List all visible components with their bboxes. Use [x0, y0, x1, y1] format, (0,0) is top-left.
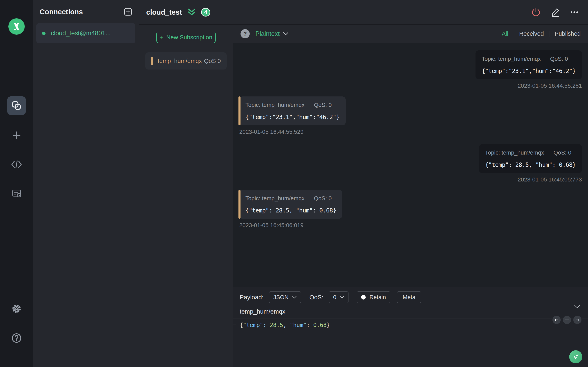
collapse-editor-button[interactable]	[574, 305, 580, 309]
payload-token: 0.68	[313, 322, 327, 328]
message-timestamp: 2023-01-05 16:45:06:019	[239, 222, 342, 229]
connections-title: Connections	[40, 8, 83, 16]
connection-name: cloud_test@m4801...	[51, 30, 111, 37]
retain-toggle[interactable]: Retain	[357, 291, 390, 303]
new-subscription-button[interactable]: + New Subscription	[156, 32, 216, 43]
disconnect-button[interactable]	[531, 8, 541, 17]
rail-help-button[interactable]	[7, 329, 26, 347]
connected-status-dot	[42, 32, 45, 35]
rail-script-tab[interactable]	[7, 155, 26, 174]
message-qos: QoS: 0	[553, 150, 571, 156]
qos-select[interactable]: 0	[329, 291, 349, 303]
chevron-down-icon	[283, 32, 288, 35]
payload-token: "hum"	[290, 322, 306, 328]
payload-format-label: Payload:	[240, 294, 264, 301]
publish-toolbar: Payload: JSON QoS: 0	[233, 287, 588, 307]
message-bubble: Topic: temp_hum/emqx QoS: 0 {"temp": 28.…	[479, 144, 582, 173]
chevron-down-icon	[340, 296, 344, 299]
double-chevron-down-icon	[188, 8, 196, 17]
history-current-button[interactable]	[563, 316, 571, 324]
message-payload: {"temp":"23.1","hum":"46.2"}	[482, 67, 576, 75]
message-timestamp: 2023-01-05 16:45:05:773	[479, 176, 582, 183]
message-meta: Topic: temp_hum/emqx QoS: 0	[245, 195, 336, 202]
qos-label: QoS:	[309, 294, 323, 301]
main-region: cloud_test 4	[139, 0, 588, 367]
code-icon	[11, 160, 22, 169]
message-format-value: Plaintext	[255, 30, 280, 38]
send-message-button[interactable]	[569, 350, 582, 363]
collapse-connection-chevron[interactable]	[188, 8, 196, 17]
subscription-list-item[interactable]: temp_hum/emqx QoS 0	[145, 52, 227, 69]
message-timestamp: 2023-01-05 16:44:55:529	[239, 129, 346, 135]
publish-topic-input[interactable]: temp_hum/emqx	[233, 307, 588, 318]
message-payload: {"temp": 28.5, "hum": 0.68}	[245, 207, 336, 214]
payload-format-value: JSON	[273, 294, 289, 300]
meta-button[interactable]: Meta	[397, 291, 421, 303]
more-options-button[interactable]	[570, 8, 579, 17]
minus-icon	[565, 318, 569, 322]
connections-header: Connections	[33, 0, 139, 22]
chevron-down-icon	[292, 296, 297, 299]
message-filters: All Received Published	[502, 30, 581, 37]
filter-separator	[514, 31, 514, 37]
power-icon	[531, 8, 541, 17]
message-format-select[interactable]: Plaintext	[255, 30, 288, 38]
filter-published[interactable]: Published	[555, 30, 581, 37]
filter-received[interactable]: Received	[519, 30, 544, 37]
log-icon	[11, 188, 22, 198]
help-icon	[11, 333, 22, 343]
titlebar-actions	[531, 8, 579, 17]
pencil-icon	[550, 8, 560, 17]
rail-log-tab[interactable]	[7, 184, 26, 203]
history-prev-button[interactable]	[553, 316, 561, 324]
message-list[interactable]: Topic: temp_hum/emqx QoS: 0 {"temp":"23.…	[233, 43, 588, 287]
message-topic: Topic: temp_hum/emqx	[245, 102, 304, 108]
gear-icon	[11, 303, 22, 314]
message-payload: {"temp": 28.5, "hum": 0.68}	[485, 161, 576, 168]
subscription-color-pill	[151, 57, 153, 65]
new-subscription-label: New Subscription	[166, 34, 212, 41]
retain-indicator-dot	[361, 295, 366, 300]
message-received: Topic: temp_hum/emqx QoS: 0 {"temp": 28.…	[239, 190, 342, 229]
message-published: Topic: temp_hum/emqx QoS: 0 {"temp":"23.…	[476, 50, 582, 89]
nav-rail	[0, 0, 33, 367]
chevron-down-icon	[574, 305, 580, 309]
qos-value: 0	[333, 294, 337, 300]
payload-token: ,	[283, 322, 290, 328]
plus-square-icon	[124, 8, 132, 16]
subscription-qos: QoS 0	[204, 58, 221, 64]
message-received: Topic: temp_hum/emqx QoS: 0 {"temp":"23.…	[239, 96, 346, 135]
history-next-button[interactable]	[573, 316, 581, 324]
connection-titlebar: cloud_test 4	[139, 0, 588, 25]
edit-connection-button[interactable]	[550, 8, 560, 17]
message-topic: Topic: temp_hum/emqx	[485, 150, 544, 156]
payload-format-help-icon[interactable]: ?	[241, 29, 250, 38]
publish-payload-editor[interactable]: {"temp": 28.5, "hum": 0.68}	[233, 318, 588, 332]
message-qos: QoS: 0	[314, 195, 332, 202]
rail-settings-button[interactable]	[7, 299, 26, 318]
app-window: Connections cloud_test@m4801... cloud_te…	[0, 0, 588, 367]
connections-icon	[11, 100, 22, 111]
plus-glyph: +	[159, 34, 163, 41]
rail-new-connection-button[interactable]	[7, 126, 26, 145]
plus-icon	[11, 130, 22, 141]
add-connection-button[interactable]	[124, 8, 132, 16]
payload-token: }	[327, 322, 330, 328]
connection-content: + New Subscription temp_hum/emqx QoS 0 ?…	[139, 25, 588, 367]
code-fold-marker	[233, 325, 236, 325]
filter-all[interactable]: All	[502, 30, 508, 37]
connection-list-item[interactable]: cloud_test@m4801...	[36, 23, 135, 43]
payload-token: {	[240, 322, 243, 328]
message-qos: QoS: 0	[314, 102, 332, 108]
arrow-right-icon	[575, 318, 580, 322]
payload-format-select[interactable]: JSON	[269, 291, 301, 303]
message-qos: QoS: 0	[550, 56, 568, 62]
message-bubble: Topic: temp_hum/emqx QoS: 0 {"temp":"23.…	[476, 50, 582, 79]
rail-connections-tab[interactable]	[7, 96, 26, 115]
mqttx-logo	[8, 18, 25, 35]
filter-separator	[549, 31, 549, 37]
arrow-left-icon	[554, 318, 559, 322]
message-topic: Topic: temp_hum/emqx	[245, 195, 304, 202]
subscription-topic: temp_hum/emqx	[158, 58, 204, 64]
retain-label: Retain	[369, 294, 386, 300]
